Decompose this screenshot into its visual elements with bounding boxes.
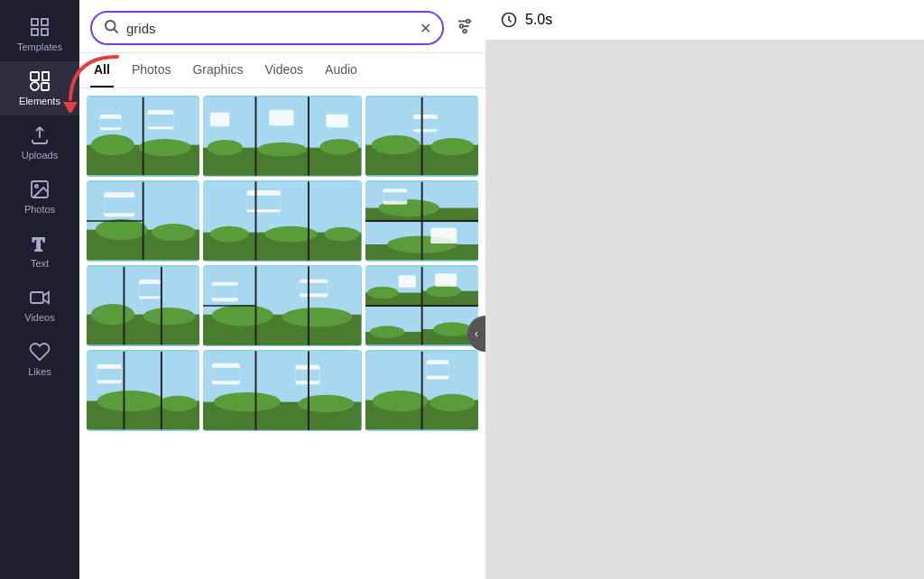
grid-row-4 [87, 350, 478, 431]
svg-point-122 [299, 395, 355, 412]
sidebar-item-templates[interactable]: Templates [0, 7, 79, 61]
grid-icon [29, 16, 51, 38]
grid-thumb-6[interactable] [365, 180, 478, 262]
tab-all[interactable]: All [90, 53, 114, 87]
grid-thumb-7[interactable] [87, 265, 199, 346]
svg-point-78 [91, 304, 134, 325]
svg-rect-1 [32, 19, 38, 25]
sidebar-item-text[interactable]: T Text [0, 224, 79, 278]
grid-row-1 [87, 96, 478, 177]
sidebar-item-uploads[interactable]: Uploads [0, 115, 79, 170]
svg-point-35 [320, 139, 359, 155]
tab-photos[interactable]: Photos [128, 53, 175, 87]
main-area: 5.0s [485, 0, 924, 579]
svg-rect-108 [435, 273, 457, 286]
grid-thumb-1[interactable] [87, 96, 199, 177]
sidebar-item-label: Text [31, 258, 49, 269]
tab-videos[interactable]: Videos [262, 53, 308, 87]
svg-point-7 [31, 82, 39, 90]
video-icon [29, 287, 51, 308]
grid-thumb-4[interactable] [87, 180, 199, 262]
svg-rect-29 [147, 115, 173, 126]
sidebar-item-photos[interactable]: Photos [0, 170, 79, 224]
filter-icon[interactable] [455, 16, 475, 41]
svg-rect-134 [426, 364, 448, 376]
svg-point-34 [258, 142, 308, 157]
svg-rect-73 [430, 228, 457, 244]
svg-marker-6 [42, 72, 49, 80]
svg-rect-12 [31, 292, 43, 303]
svg-point-58 [210, 226, 249, 243]
svg-rect-107 [398, 275, 415, 287]
content-area: ‹ [79, 88, 485, 579]
svg-point-103 [367, 287, 399, 299]
svg-point-10 [35, 185, 38, 188]
svg-point-19 [467, 19, 470, 23]
grid-thumb-5[interactable] [203, 180, 361, 262]
search-wrapper: ✕ [90, 11, 444, 45]
svg-rect-46 [413, 119, 438, 130]
grid-thumb-8[interactable] [203, 265, 361, 346]
grid-thumb-9[interactable] [365, 265, 478, 346]
sidebar-item-videos[interactable]: Videos [0, 278, 79, 332]
svg-point-25 [139, 139, 191, 156]
text-icon: T [29, 233, 51, 254]
svg-point-87 [282, 308, 353, 326]
svg-rect-3 [32, 29, 38, 35]
svg-point-60 [325, 227, 360, 242]
svg-point-43 [371, 135, 420, 154]
svg-rect-8 [42, 83, 49, 90]
search-input[interactable] [126, 21, 412, 36]
tab-graphics[interactable]: Graphics [189, 53, 246, 87]
grid-thumb-10[interactable] [87, 350, 199, 431]
sidebar-item-likes[interactable]: Likes [0, 332, 79, 386]
sidebar-item-elements[interactable]: Elements [0, 61, 79, 115]
timer-bar: 5.0s [485, 0, 924, 41]
svg-point-21 [463, 29, 467, 32]
svg-point-106 [433, 322, 471, 335]
elements-icon [29, 70, 51, 92]
svg-point-132 [430, 394, 475, 411]
grid-thumb-2[interactable] [203, 96, 361, 177]
search-icon [103, 18, 119, 38]
svg-point-131 [372, 391, 428, 411]
sidebar-item-label: Videos [24, 312, 54, 323]
heart-icon [29, 341, 51, 363]
svg-point-50 [96, 219, 148, 240]
svg-rect-81 [139, 284, 161, 296]
upload-icon [29, 124, 51, 146]
sidebar-item-label: Photos [24, 204, 55, 215]
svg-point-24 [91, 134, 134, 155]
svg-rect-2 [42, 19, 48, 25]
svg-point-114 [159, 396, 197, 411]
grid-thumb-12[interactable] [365, 350, 478, 431]
svg-point-104 [426, 285, 461, 297]
svg-point-113 [97, 391, 163, 411]
svg-point-121 [214, 392, 281, 411]
svg-rect-4 [42, 29, 48, 35]
sidebar-item-label: Uploads [22, 150, 58, 161]
svg-rect-36 [210, 113, 229, 127]
grid-thumb-11[interactable] [203, 350, 361, 431]
canvas-area [485, 41, 924, 579]
sidebar-item-label: Likes [28, 366, 51, 377]
svg-point-79 [143, 308, 196, 325]
svg-text:T: T [32, 234, 45, 254]
svg-rect-53 [104, 198, 134, 213]
tabs: All Photos Graphics Videos Audio [79, 53, 485, 88]
svg-rect-5 [31, 72, 39, 80]
svg-rect-62 [247, 196, 281, 210]
svg-point-20 [460, 24, 464, 28]
sidebar-item-label: Elements [19, 96, 60, 106]
svg-marker-13 [43, 292, 49, 303]
svg-point-51 [152, 224, 195, 241]
grid-thumb-3[interactable] [365, 96, 478, 177]
grid-row-3 [87, 265, 478, 346]
timer-value: 5.0s [525, 12, 552, 28]
tab-audio[interactable]: Audio [321, 53, 361, 87]
svg-rect-69 [383, 192, 407, 201]
panel: ✕ All Photos Graphics Videos Audio [79, 0, 485, 579]
clear-icon[interactable]: ✕ [420, 20, 431, 37]
svg-rect-91 [300, 283, 328, 294]
svg-rect-27 [99, 119, 121, 128]
